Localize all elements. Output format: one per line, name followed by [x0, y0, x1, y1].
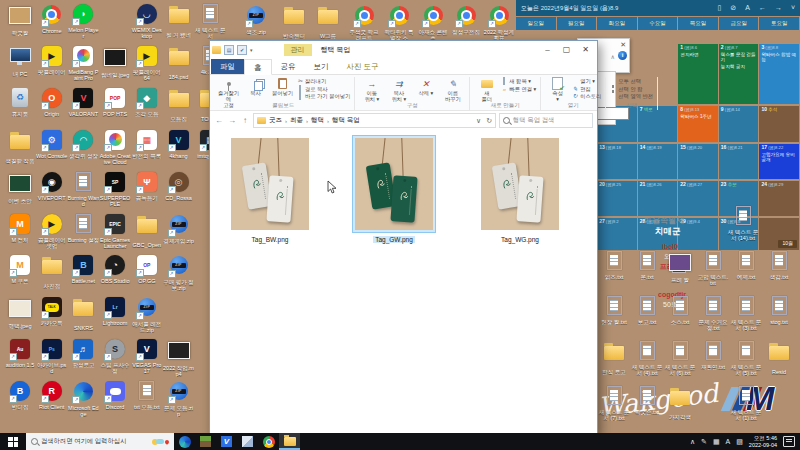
tab-홈[interactable]: 홈: [244, 59, 272, 75]
desktop-icon[interactable]: ZIP↗경제게임.zip: [163, 213, 195, 244]
ribbon-button[interactable]: ↻히스토리: [572, 93, 601, 100]
ribbon-button[interactable]: 복사: [243, 77, 268, 102]
desktop-icon[interactable]: ↗왁타위키 특별장 소: [383, 4, 415, 41]
desktop-icon[interactable]: ↗아재쇼 콘텐츠: [417, 4, 449, 41]
calendar-cell[interactable]: 27 (음)9.2: [597, 218, 637, 250]
popup-chevron-icon[interactable]: ∧: [611, 53, 615, 60]
desktop-icon[interactable]: ▶↗팟플레이어: [36, 45, 68, 75]
desktop-icon[interactable]: ◔↗OBS Studio: [99, 254, 131, 284]
desktop-icon[interactable]: 보고.txt: [631, 295, 663, 325]
back-button[interactable]: ←: [214, 116, 224, 125]
ribbon-button[interactable]: ✕삭제 ▾: [413, 77, 438, 102]
taskbar-search-input[interactable]: 검색하려면 여기에 입력하십시: [26, 433, 174, 450]
desktop-icon[interactable]: 색감.txt: [763, 250, 795, 280]
calendar-cell[interactable]: 29 (음)9.4: [678, 218, 718, 250]
tray-chevron-icon[interactable]: ∧: [690, 438, 695, 446]
desktop-icon[interactable]: ZIP↗구매 평가 정보.zip: [163, 254, 195, 291]
breadcrumb-item[interactable]: 행택 목업: [332, 116, 360, 125]
desktop-icon[interactable]: 새 텍스트 문서 (1).txt: [730, 385, 762, 421]
desktop-icon[interactable]: POP↗POP HTS: [99, 87, 131, 117]
desktop-icon[interactable]: ZIP↗문제 모음.zip: [163, 380, 195, 417]
desktop-icon[interactable]: V↗VEGAS Pro 17: [131, 338, 163, 374]
tab-보기[interactable]: 보기: [305, 59, 338, 74]
ribbon-button[interactable]: ✂잘라내기: [297, 78, 350, 85]
desktop-icon[interactable]: O↗Origin: [36, 87, 68, 117]
taskbar-app-chrome[interactable]: [258, 433, 279, 450]
explorer-title-bar[interactable]: ▤ ✔ ▾ 관리 행택 목업 – ▢ ✕: [210, 41, 597, 59]
ribbon-button[interactable]: 새 항목 ▾: [501, 78, 536, 85]
ribbon-button[interactable]: ⇉복사위치 ▾: [386, 77, 411, 102]
desktop-icon[interactable]: 읽즈.txt: [598, 250, 630, 280]
desktop-icon[interactable]: ↗Microsoft Edge: [67, 380, 99, 417]
desktop-icon[interactable]: B↗반디집: [4, 380, 36, 410]
ribbon-button[interactable]: 붙여넣기: [270, 77, 295, 102]
desktop-icon[interactable]: ◉↗VIVEPORT: [36, 171, 68, 201]
desktop-icon[interactable]: 소스.txt: [664, 295, 696, 325]
calendar-cell[interactable]: 24 (음)8.29: [759, 181, 799, 216]
address-dropdown-icon[interactable]: ∨: [476, 117, 481, 125]
calendar-cell[interactable]: 13 (음)8.18: [597, 144, 637, 179]
breadcrumb[interactable]: 굿즈›최종›행택›행택 목업 ∨ ↻: [253, 113, 496, 128]
desktop-icon[interactable]: ↗2022 왁성계획표: [483, 4, 515, 41]
desktop-icon[interactable]: 사진첩: [36, 254, 68, 289]
desktop-icon[interactable]: 새 텍스트 문서: [194, 3, 226, 39]
ribbon-button[interactable]: 바로 가기 붙여넣기: [297, 93, 350, 100]
taskbar-app-vita[interactable]: V: [216, 433, 237, 450]
calendar-cell[interactable]: 21 (음)8.26: [638, 181, 678, 216]
desktop-icon[interactable]: ▶↗팟플레이어 64: [131, 45, 163, 81]
calendar-cell[interactable]: 3 (음)8.8왁타버스 합방 예능: [759, 44, 799, 104]
desktop-icon[interactable]: GBC_Open: [131, 213, 163, 248]
desktop-icon[interactable]: B↗Battle.net: [67, 254, 99, 284]
ribbon-button[interactable]: ✎이름바꾸기: [440, 77, 465, 102]
desktop-icon[interactable]: 왁굿슨.txt: [631, 385, 663, 415]
desktop-icon[interactable]: 반숙핸터: [278, 4, 310, 39]
close-button[interactable]: ✕: [576, 41, 595, 59]
breadcrumb-item[interactable]: 최종: [290, 116, 303, 125]
desktop-icon[interactable]: S↗스팀 프사수정: [99, 338, 131, 374]
ribbon-button[interactable]: »빠른 연결 ▾: [501, 86, 536, 93]
desktop-icon[interactable]: Burning 설정: [67, 213, 99, 243]
file-thumbnail-Tag_BW.png[interactable]: Tag_BW.png: [228, 135, 312, 243]
desktop-icon[interactable]: ↗Adobe Creative Cloud: [99, 129, 131, 165]
file-thumbnail-Tag_GW.png[interactable]: Tag_GW.png: [352, 135, 436, 243]
desktop-icon[interactable]: 왁굿짤: [4, 3, 36, 36]
desktop-icon[interactable]: ↗정성구전집: [450, 4, 482, 35]
ribbon-button[interactable]: 즐겨찾기에고정: [216, 77, 241, 102]
taskbar-app-explorer[interactable]: [279, 433, 300, 450]
calendar-cell[interactable]: 7 백로: [638, 106, 678, 142]
file-list-area[interactable]: Tag_BW.pngTag_GW.pngTag_WG.png: [210, 130, 597, 436]
calendar-toolbar-icon[interactable]: ←: [759, 0, 766, 16]
desktop-icon[interactable]: 새 텍스트 문서 (7).txt: [598, 385, 630, 421]
ribbon-button[interactable]: 모두 선택: [610, 78, 653, 85]
ribbon-button[interactable]: →이동위치 ▾: [359, 77, 384, 102]
calendar-cell[interactable]: 17 (음)8.22고멍가요제 유비 공개: [759, 144, 799, 179]
ime-korean-a-icon[interactable]: A: [726, 438, 731, 445]
desktop-icon[interactable]: 고맙 텍스트.txt: [697, 250, 729, 286]
desktop-icon[interactable]: 썸네일.jpeg: [99, 45, 131, 78]
desktop-icon[interactable]: OP↗OP.GG: [131, 254, 163, 284]
ribbon-button[interactable]: 열기 ▾: [572, 78, 601, 85]
calendar-cell[interactable]: 10 추석: [759, 106, 799, 142]
desktop-icon[interactable]: ▦↗반전의 목록: [131, 129, 163, 159]
taskbar-app-edge[interactable]: [174, 433, 195, 450]
desktop-icon[interactable]: 가지각색: [664, 385, 696, 420]
desktop-icon[interactable]: 새 텍스트 문서 (14).txt: [727, 205, 759, 241]
up-button[interactable]: ↑: [240, 116, 250, 125]
tab-사진 도구[interactable]: 사진 도구: [338, 59, 388, 74]
tab-파일[interactable]: 파일: [211, 59, 244, 74]
calendar-toolbar-icon[interactable]: ▯: [718, 0, 722, 16]
desktop-icon[interactable]: ♻휴지통: [4, 87, 36, 117]
desktop-icon[interactable]: 프레 짤: [664, 250, 696, 283]
desktop-icon[interactable]: ⚙↗Wot Console: [36, 129, 68, 159]
tab-공유[interactable]: 공유: [272, 59, 305, 74]
desktop-icon[interactable]: Ps↗아카이브.psd: [36, 338, 68, 374]
desktop-icon[interactable]: stog.txt: [763, 295, 795, 325]
calendar-toolbar-icon[interactable]: ˅: [791, 0, 795, 16]
desktop-icon[interactable]: txt 모음.txt: [131, 380, 163, 410]
desktop-icon[interactable]: ZIP↗애서플 레전드.zip: [131, 296, 163, 333]
desktop-icon[interactable]: ◎↗CD_Rossa: [163, 171, 195, 201]
desktop-icon[interactable]: 이벤 초안: [4, 171, 36, 204]
calendar-toolbar-icon[interactable]: A: [745, 0, 750, 16]
desktop-icon[interactable]: 문제 수거요청.txt: [697, 295, 729, 331]
desktop-icon[interactable]: W그룹: [312, 4, 344, 39]
